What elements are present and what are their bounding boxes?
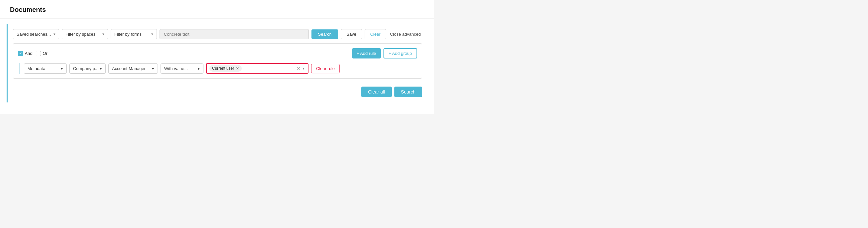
company-chevron-icon: ▾ — [100, 66, 102, 71]
save-button[interactable]: Save — [341, 29, 362, 39]
value-input-container[interactable]: Current user ✕ ✕ ▾ — [206, 63, 309, 74]
or-label: Or — [42, 51, 47, 56]
search-bottom-button[interactable]: Search — [394, 87, 422, 97]
with-value-chevron-icon: ▾ — [197, 66, 200, 71]
footer-divider — [7, 108, 427, 108]
bottom-row: Clear all Search — [13, 83, 422, 97]
filter-forms-chevron-icon: ▾ — [151, 32, 153, 36]
value-clear-icon[interactable]: ✕ — [295, 66, 302, 71]
add-rule-button[interactable]: + Add rule — [352, 48, 381, 58]
value-chevron-icon[interactable]: ▾ — [302, 66, 305, 71]
filter-spaces-dropdown[interactable]: Filter by spaces ▾ — [62, 29, 108, 39]
page-container: Documents Saved searches... ▾ Filter by … — [0, 0, 434, 114]
add-buttons: + Add rule + Add group — [352, 48, 417, 58]
and-label: And — [25, 51, 32, 56]
top-row: Saved searches... ▾ Filter by spaces ▾ F… — [13, 29, 422, 39]
filter-spaces-chevron-icon: ▾ — [102, 32, 104, 36]
advanced-search-panel: Saved searches... ▾ Filter by spaces ▾ F… — [7, 24, 427, 103]
add-group-button[interactable]: + Add group — [383, 48, 417, 58]
rule-row: Metadata ▾ Company p... ▾ Account Manage… — [19, 63, 417, 74]
header-section: Documents — [0, 0, 434, 19]
and-or-row: And Or + Add rule + Add group — [18, 48, 417, 58]
and-checkbox-group: And — [18, 51, 32, 56]
clear-button[interactable]: Clear — [365, 29, 386, 39]
or-checkbox[interactable] — [36, 51, 41, 56]
clear-rule-button[interactable]: Clear rule — [311, 64, 340, 73]
account-manager-chevron-icon: ▾ — [152, 66, 154, 71]
filter-forms-dropdown[interactable]: Filter by forms ▾ — [111, 29, 157, 39]
clear-all-button[interactable]: Clear all — [361, 87, 392, 97]
metadata-dropdown[interactable]: Metadata ▾ — [24, 63, 67, 74]
tag-close-icon[interactable]: ✕ — [236, 66, 239, 71]
company-dropdown[interactable]: Company p... ▾ — [69, 63, 106, 74]
close-advanced-button[interactable]: Close advanced — [389, 29, 422, 39]
account-manager-dropdown[interactable]: Account Manager ▾ — [108, 63, 158, 74]
saved-searches-chevron-icon: ▾ — [54, 32, 56, 36]
and-or-left: And Or — [18, 51, 48, 56]
rules-section: And Or + Add rule + Add group Metadata ▾ — [13, 43, 422, 79]
concrete-text-input[interactable] — [159, 29, 309, 39]
page-title: Documents — [10, 6, 424, 13]
with-value-dropdown[interactable]: With value... ▾ — [160, 63, 204, 74]
current-user-tag: Current user ✕ — [209, 65, 242, 72]
saved-searches-dropdown[interactable]: Saved searches... ▾ — [13, 29, 59, 39]
or-checkbox-group: Or — [36, 51, 47, 56]
and-checkbox[interactable] — [18, 51, 23, 56]
search-button[interactable]: Search — [311, 29, 338, 39]
metadata-chevron-icon: ▾ — [61, 66, 63, 71]
